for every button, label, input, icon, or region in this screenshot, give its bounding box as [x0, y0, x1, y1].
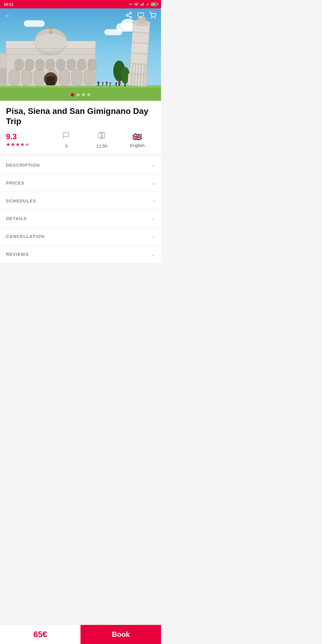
flag-icon: 🇬🇧 — [132, 132, 142, 142]
star-1: ★ — [6, 142, 10, 147]
share-icon[interactable] — [125, 12, 132, 20]
svg-rect-15 — [25, 59, 34, 70]
rating-score: 9.3 — [6, 133, 17, 140]
carousel-dots — [71, 93, 90, 97]
prices-label: PRICES — [6, 180, 24, 185]
svg-rect-21 — [88, 59, 96, 70]
svg-point-66 — [106, 82, 108, 84]
cancellation-chevron: ⌄ — [151, 233, 155, 239]
svg-rect-13 — [84, 69, 95, 86]
hero-image: ← — [0, 8, 161, 101]
svg-rect-9 — [34, 69, 44, 86]
charging-icon: ⚡ — [146, 3, 149, 6]
svg-rect-11 — [59, 69, 69, 86]
stars: ★ ★ ★ ★ ★ — [6, 142, 29, 147]
language-label: English — [130, 143, 145, 148]
title-section: Pisa, Siena and San Gimignano Day Trip 9… — [0, 101, 161, 154]
svg-rect-16 — [36, 59, 44, 70]
svg-line-78 — [128, 13, 130, 15]
svg-rect-8 — [21, 69, 32, 86]
star-4: ★ — [20, 142, 24, 147]
svg-rect-0 — [140, 4, 141, 6]
rating-stat: 9.3 ★ ★ ★ ★ ★ — [6, 133, 49, 147]
dots-icon: ••• — [129, 3, 132, 6]
svg-point-64 — [102, 82, 104, 84]
svg-rect-63 — [98, 84, 99, 86]
svg-rect-17 — [46, 59, 55, 70]
nav-bar: ← — [0, 8, 161, 23]
svg-rect-2 — [143, 3, 143, 6]
back-button[interactable]: ← — [5, 12, 11, 20]
svg-point-79 — [151, 18, 152, 18]
nav-actions — [125, 12, 156, 20]
content-area: Pisa, Siena and San Gimignano Day Trip 9… — [0, 101, 161, 285]
dot-4[interactable] — [87, 93, 90, 96]
svg-point-23 — [34, 34, 67, 52]
svg-rect-73 — [119, 84, 120, 86]
reviews-label: REVIEWS — [6, 252, 29, 257]
duration-value: 11.5h — [96, 143, 108, 148]
accordion: DESCRIPTION ⌄ PRICES ⌄ SCHEDULES › DETAI… — [0, 156, 161, 263]
wifi-icon — [134, 2, 139, 6]
cart-icon[interactable] — [149, 12, 156, 20]
reviews-count: 3 — [65, 143, 67, 148]
svg-point-62 — [97, 81, 100, 84]
details-label: DETAILS — [6, 216, 27, 221]
accordion-prices[interactable]: PRICES ⌄ — [0, 174, 161, 192]
star-5: ★ — [25, 142, 29, 147]
accordion-cancellation[interactable]: CANCELLATION ⌄ — [0, 227, 161, 245]
svg-point-74 — [130, 12, 131, 14]
stats-row: 9.3 ★ ★ ★ ★ ★ 3 — [6, 131, 155, 150]
svg-rect-35 — [124, 82, 126, 87]
svg-rect-7 — [9, 69, 19, 86]
schedules-chevron: › — [154, 198, 155, 203]
cancellation-label: CANCELLATION — [6, 234, 44, 239]
description-label: DESCRIPTION — [6, 162, 40, 168]
svg-rect-19 — [67, 59, 75, 70]
svg-rect-31 — [0, 68, 7, 85]
svg-point-75 — [126, 14, 128, 16]
svg-rect-14 — [15, 59, 23, 70]
svg-point-25 — [49, 27, 52, 29]
duration-stat: 11.5h — [84, 131, 120, 148]
star-2: ★ — [11, 142, 15, 147]
status-time: 10:11 — [4, 2, 13, 7]
accordion-description[interactable]: DESCRIPTION ⌄ — [0, 156, 161, 174]
dot-1[interactable] — [71, 93, 74, 97]
accordion-schedules[interactable]: SCHEDULES › — [0, 192, 161, 210]
sim-icon — [140, 2, 144, 7]
accordion-reviews[interactable]: REVIEWS ⌄ — [0, 245, 161, 263]
description-chevron: ⌄ — [151, 162, 155, 168]
svg-rect-65 — [102, 84, 103, 86]
svg-point-80 — [155, 18, 155, 18]
reviews-stat: 3 — [49, 131, 84, 148]
chat-icon — [62, 131, 70, 141]
svg-point-70 — [115, 82, 117, 84]
status-icons: ••• ⚡ — [129, 2, 157, 7]
clock-icon — [98, 131, 106, 141]
prices-chevron: ⌄ — [151, 180, 155, 186]
svg-rect-67 — [106, 83, 107, 86]
reviews-chevron: ⌄ — [151, 251, 155, 257]
svg-rect-12 — [72, 69, 82, 86]
heart-icon[interactable] — [137, 12, 144, 20]
svg-rect-20 — [78, 59, 86, 70]
svg-rect-69 — [110, 84, 111, 86]
svg-point-76 — [130, 16, 131, 18]
details-chevron: ⌄ — [151, 216, 155, 221]
svg-point-68 — [109, 82, 111, 84]
svg-point-72 — [119, 82, 121, 84]
tour-title: Pisa, Siena and San Gimignano Day Trip — [6, 106, 155, 126]
dot-3[interactable] — [82, 93, 85, 96]
status-bar: 10:11 ••• ⚡ — [0, 0, 161, 8]
svg-rect-71 — [116, 84, 117, 86]
svg-rect-1 — [142, 4, 142, 6]
accordion-details[interactable]: DETAILS ⌄ — [0, 210, 161, 227]
dot-2[interactable] — [77, 93, 80, 96]
svg-rect-27 — [46, 76, 55, 85]
language-stat: 🇬🇧 English — [120, 132, 155, 148]
svg-rect-18 — [57, 59, 65, 70]
schedules-label: SCHEDULES — [6, 198, 36, 203]
svg-line-77 — [128, 16, 130, 17]
battery-icon — [151, 3, 157, 6]
